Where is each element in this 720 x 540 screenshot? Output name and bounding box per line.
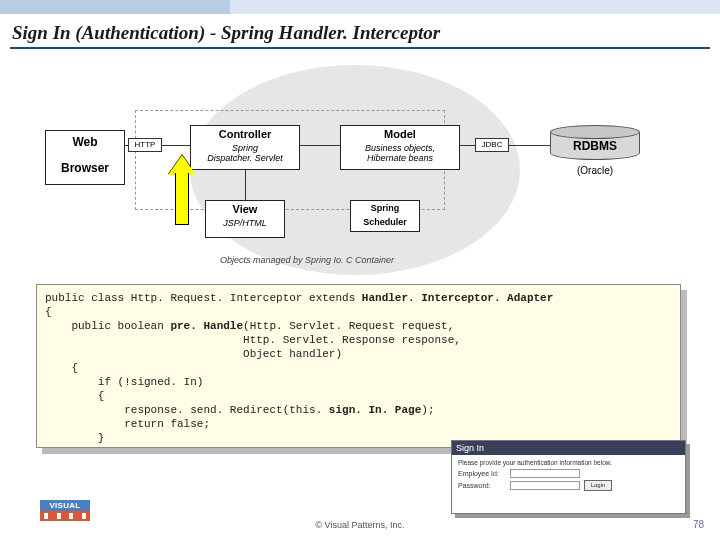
header-seg-right — [230, 0, 720, 14]
code-l3: public boolean — [45, 320, 170, 332]
code-l8: { — [45, 390, 104, 402]
page-title: Sign In (Authentication) - Spring Handle… — [12, 22, 440, 44]
logo-top: VISUAL — [40, 500, 90, 511]
code-l9b: sign. In. Page — [329, 404, 421, 416]
connector-line — [300, 145, 340, 146]
rdbms-sub: (Oracle) — [550, 165, 640, 176]
code-l9: response. send. Redirect(this. — [45, 404, 329, 416]
browser-label: Browser — [46, 151, 124, 175]
signin-title: Sign In — [452, 441, 685, 455]
web-label: Web — [46, 131, 124, 151]
model-box: Model Business objects, Hibernate beans — [340, 125, 460, 170]
code-l5: Object handler) — [45, 348, 342, 360]
scheduler-box: Spring Scheduler — [350, 200, 420, 232]
architecture-diagram: Web Browser HTTP Controller Spring Dispa… — [30, 60, 670, 280]
http-label: HTTP — [128, 138, 162, 152]
page-number: 78 — [693, 519, 704, 530]
view-header: View — [206, 201, 284, 217]
web-browser-box: Web Browser — [45, 130, 125, 185]
scheduler-sub: Scheduler — [351, 215, 419, 229]
header-bar — [0, 0, 720, 14]
diagram-caption: Objects managed by Spring Io. C Containe… — [220, 255, 394, 265]
controller-header: Controller — [191, 126, 299, 142]
cylinder-top — [550, 125, 640, 139]
signin-panel: Sign In Please provide your authenticati… — [451, 440, 686, 514]
scheduler-header: Spring — [351, 201, 419, 215]
code-block: public class Http. Request. Interceptor … — [36, 284, 681, 448]
password-label: Password: — [458, 482, 506, 489]
password-input[interactable] — [510, 481, 580, 490]
title-underline — [10, 47, 710, 49]
code-l9c: ); — [421, 404, 434, 416]
rdbms-label: RDBMS — [550, 139, 640, 153]
view-box: View JSP/HTML — [205, 200, 285, 238]
code-l6: { — [45, 362, 78, 374]
connector-line — [245, 170, 246, 200]
employee-id-label: Employee Id: — [458, 470, 506, 477]
jdbc-label: JDBC — [475, 138, 509, 152]
code-l1b: Handler. Interceptor. Adapter — [362, 292, 553, 304]
login-button[interactable]: Login — [584, 480, 612, 491]
highlight-arrow — [170, 155, 194, 225]
code-l2: { — [45, 306, 52, 318]
code-l10: return false; — [45, 418, 210, 430]
code-l3c: (Http. Servlet. Request request, — [243, 320, 454, 332]
signin-prompt: Please provide your authentication infor… — [458, 459, 679, 466]
model-header: Model — [341, 126, 459, 142]
model-sub: Business objects, Hibernate beans — [341, 142, 459, 165]
view-sub: JSP/HTML — [206, 217, 284, 230]
code-l7: if (!signed. In) — [45, 376, 203, 388]
controller-sub: Spring Dispatcher. Servlet — [191, 142, 299, 165]
copyright: © Visual Patterns, Inc. — [0, 520, 720, 530]
code-l1: public class Http. Request. Interceptor … — [45, 292, 362, 304]
code-l4: Http. Servlet. Response response, — [45, 334, 461, 346]
code-l11: } — [45, 432, 104, 444]
rdbms-cylinder: RDBMS (Oracle) — [550, 125, 640, 180]
employee-id-input[interactable] — [510, 469, 580, 478]
controller-box: Controller Spring Dispatcher. Servlet — [190, 125, 300, 170]
header-seg-left — [0, 0, 230, 14]
code-l3b: pre. Handle — [170, 320, 243, 332]
